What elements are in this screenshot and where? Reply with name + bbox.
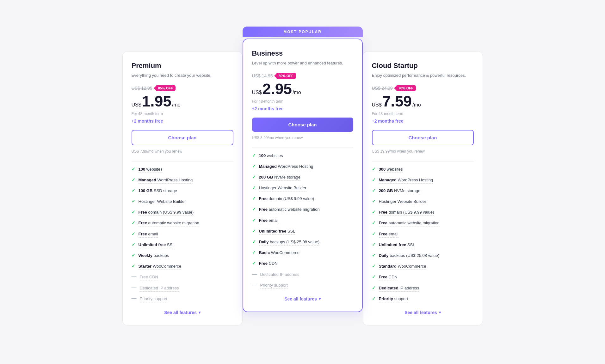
- dash-icon: —: [132, 274, 137, 279]
- feature-item: ✓ Managed WordPress Hosting: [252, 164, 353, 170]
- dash-icon: —: [252, 272, 257, 277]
- feature-text: 200 GB NVMe storage: [379, 188, 421, 194]
- check-icon: ✓: [372, 253, 376, 258]
- current-price: US$ 7.59 /mo: [372, 94, 474, 109]
- plan-name: Business: [252, 49, 353, 58]
- plan-name: Premium: [132, 62, 233, 70]
- period: /mo: [412, 102, 421, 108]
- check-icon: ✓: [372, 177, 376, 182]
- divider: [252, 148, 353, 148]
- choose-plan-button[interactable]: Choose plan: [252, 118, 353, 132]
- feature-item: — Priority support: [132, 296, 233, 302]
- check-icon: ✓: [252, 153, 256, 158]
- feature-text: Dedicated IP address: [379, 285, 419, 292]
- current-price: US$ 2.95 /mo: [252, 82, 353, 97]
- divider: [372, 161, 474, 161]
- feature-text: Managed WordPress Hosting: [139, 177, 193, 184]
- original-price: US$ 14.95: [252, 73, 273, 78]
- feature-text: Hostinger Website Builder: [259, 185, 306, 191]
- plan-name: Cloud Startup: [372, 62, 474, 70]
- check-icon: ✓: [372, 274, 376, 279]
- plan-desc: Level up with more power and enhanced fe…: [252, 60, 353, 66]
- check-icon: ✓: [372, 231, 376, 236]
- check-icon: ✓: [252, 185, 256, 190]
- feature-item: ✓ Managed WordPress Hosting: [372, 177, 474, 184]
- period: /mo: [172, 102, 181, 108]
- check-icon: ✓: [252, 164, 256, 169]
- feature-item: ✓ Daily backups (US$ 25.08 value): [372, 253, 474, 259]
- feature-text: Daily backups (US$ 25.08 value): [379, 253, 440, 259]
- feature-item: ✓ Starter WooCommerce: [132, 264, 233, 270]
- dash-icon: —: [132, 285, 137, 290]
- feature-text: Hostinger Website Builder: [139, 199, 186, 205]
- feature-text: Unlimited free SSL: [259, 228, 295, 235]
- feature-item: ✓ Free CDN: [252, 261, 353, 267]
- check-icon: ✓: [252, 228, 256, 234]
- feature-item: ✓ Hostinger Website Builder: [132, 199, 233, 205]
- currency: US$: [372, 102, 382, 108]
- feature-item: ✓ Free email: [372, 231, 474, 238]
- original-price: US$ 12.95: [132, 86, 152, 91]
- feature-text: 100 websites: [259, 153, 283, 159]
- check-icon: ✓: [132, 177, 135, 182]
- chevron-down-icon: ▾: [199, 310, 201, 315]
- feature-item: ✓ Weekly backups: [132, 253, 233, 259]
- term: For 48-month term: [132, 112, 233, 116]
- pricing-row: US$ 14.95 80% OFF: [252, 73, 353, 79]
- check-icon: ✓: [132, 167, 135, 172]
- feature-text: Free domain (US$ 9.99 value): [139, 209, 194, 216]
- feature-text: Free email: [259, 218, 279, 224]
- feature-item: — Dedicated IP address: [252, 272, 353, 278]
- feature-text: Dedicated IP address: [140, 285, 179, 292]
- check-icon: ✓: [372, 188, 376, 193]
- dash-icon: —: [252, 282, 257, 288]
- feature-item: ✓ Hostinger Website Builder: [372, 199, 474, 205]
- feature-item: ✓ 200 GB NVMe storage: [252, 174, 353, 181]
- check-icon: ✓: [252, 174, 256, 179]
- choose-plan-button[interactable]: Choose plan: [132, 130, 233, 145]
- check-icon: ✓: [372, 220, 376, 225]
- feature-text: 200 GB NVMe storage: [259, 174, 301, 181]
- features-list: ✓ 100 websites ✓ Managed WordPress Hosti…: [132, 167, 233, 302]
- feature-item: ✓ Unlimited free SSL: [252, 228, 353, 235]
- period: /mo: [293, 90, 301, 95]
- see-all-features[interactable]: See all features ▾: [372, 310, 474, 315]
- feature-item: ✓ Free automatic website migration: [132, 220, 233, 227]
- check-icon: ✓: [252, 250, 256, 255]
- plan-card-business: MOST POPULAR Business Level up with more…: [243, 39, 363, 312]
- feature-text: Free domain (US$ 9.99 value): [379, 209, 434, 216]
- amount: 7.59: [382, 94, 412, 109]
- divider: [132, 161, 233, 161]
- feature-item: ✓ Free automatic website migration: [252, 207, 353, 213]
- feature-text: Unlimited free SSL: [139, 242, 175, 248]
- see-all-features[interactable]: See all features ▾: [252, 296, 353, 301]
- feature-text: Free CDN: [259, 261, 278, 267]
- feature-item: ✓ Free email: [252, 218, 353, 224]
- feature-text: Free email: [379, 231, 398, 238]
- feature-text: Dedicated IP address: [260, 272, 299, 278]
- amount: 2.95: [262, 82, 292, 97]
- check-icon: ✓: [132, 253, 135, 258]
- feature-item: ✓ Basic WooCommerce: [252, 250, 353, 256]
- current-price: US$ 1.95 /mo: [132, 94, 233, 109]
- plan-card-premium: Premium Everything you need to create yo…: [122, 51, 243, 325]
- check-icon: ✓: [372, 264, 376, 269]
- feature-text: Priority support: [260, 282, 288, 289]
- feature-text: Hostinger Website Builder: [379, 199, 426, 205]
- choose-plan-button[interactable]: Choose plan: [372, 130, 474, 145]
- check-icon: ✓: [252, 207, 256, 212]
- feature-item: ✓ Hostinger Website Builder: [252, 185, 353, 191]
- see-all-features[interactable]: See all features ▾: [132, 310, 233, 315]
- feature-text: Free CDN: [379, 274, 398, 281]
- feature-item: ✓ 300 websites: [372, 167, 474, 173]
- feature-text: Free automatic website migration: [259, 207, 320, 213]
- renew-price: US$ 19.99/mo when you renew: [372, 149, 474, 154]
- check-icon: ✓: [372, 167, 376, 172]
- renew-price: US$ 7.99/mo when you renew: [132, 149, 233, 154]
- feature-item: ✓ Free domain (US$ 9.99 value): [132, 209, 233, 216]
- check-icon: ✓: [132, 199, 135, 204]
- discount-badge: 70% OFF: [396, 85, 416, 91]
- feature-item: ✓ 100 websites: [132, 167, 233, 173]
- check-icon: ✓: [372, 209, 376, 215]
- plan-card-cloud_startup: Cloud Startup Enjoy optimized performanc…: [363, 51, 483, 325]
